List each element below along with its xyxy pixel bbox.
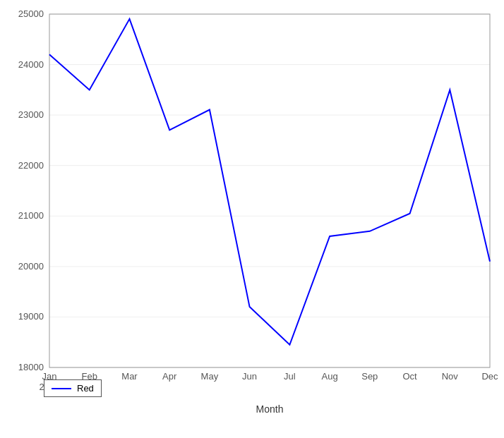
x-tick-dec: Dec (481, 371, 498, 382)
y-tick-25000: 25000 (18, 8, 44, 19)
x-tick-oct: Oct (402, 371, 417, 382)
chart-container: 25000 24000 23000 22000 21000 20000 1900… (0, 0, 504, 438)
x-tick-nov: Nov (442, 371, 459, 382)
legend-label: Red (77, 383, 94, 394)
x-tick-sep: Sep (361, 371, 378, 382)
x-axis: Jan Feb Mar Apr May Jun Jul Aug Sep Oct … (40, 371, 499, 392)
y-axis: 25000 24000 23000 22000 21000 20000 1900… (18, 8, 490, 372)
x-tick-jul: Jul (284, 371, 296, 382)
y-tick-21000: 21000 (18, 210, 44, 221)
y-tick-24000: 24000 (18, 59, 44, 70)
x-tick-jun: Jun (242, 371, 257, 382)
x-tick-mar: Mar (121, 371, 138, 382)
y-tick-20000: 20000 (18, 261, 44, 272)
y-tick-22000: 22000 (18, 160, 44, 171)
x-tick-may: May (201, 371, 219, 382)
data-line (49, 19, 490, 345)
legend: Red (44, 379, 102, 397)
x-tick-aug: Aug (322, 371, 338, 382)
x-tick-apr: Apr (162, 371, 177, 382)
x-axis-label: Month (256, 403, 284, 415)
y-tick-18000: 18000 (18, 362, 44, 372)
legend-line (52, 388, 71, 389)
svg-rect-8 (49, 14, 490, 367)
y-tick-19000: 19000 (18, 311, 44, 322)
y-tick-23000: 23000 (18, 109, 44, 120)
